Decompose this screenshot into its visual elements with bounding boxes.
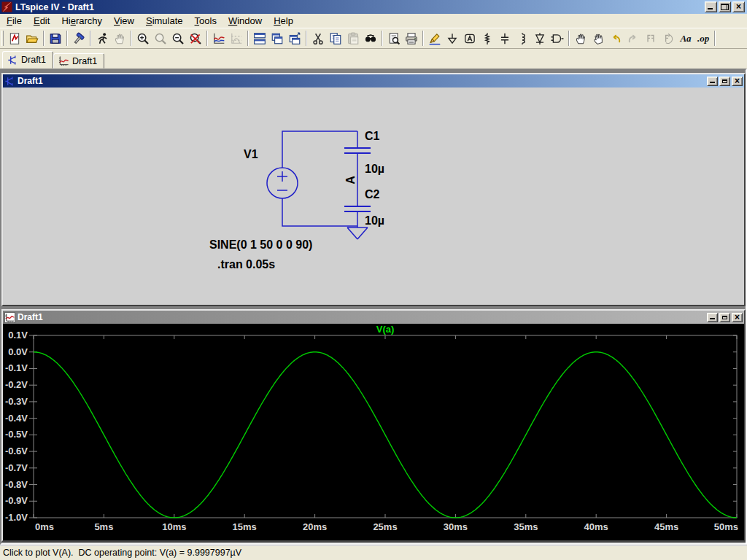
schematic-window: Draft1 × xyxy=(1,73,746,306)
place-capacitor-button[interactable] xyxy=(496,30,514,47)
print-preview-button[interactable] xyxy=(385,30,403,47)
schematic-icon xyxy=(7,55,18,66)
spice-directive-button[interactable]: .op xyxy=(694,30,712,47)
menu-file[interactable]: File xyxy=(1,14,28,28)
y-tick-label: -0.7V xyxy=(5,462,28,473)
maximize-button[interactable] xyxy=(719,77,730,86)
node-a-label[interactable]: A xyxy=(344,176,357,184)
mdi-client-area: Draft1 × xyxy=(0,69,747,545)
wire[interactable] xyxy=(282,131,357,168)
control-panel-button[interactable] xyxy=(70,30,88,47)
place-component-button[interactable] xyxy=(549,30,566,47)
menu-tools[interactable]: Tools xyxy=(189,14,222,28)
tile-vertically-button[interactable] xyxy=(268,30,286,47)
menu-hierarchy[interactable]: Hierarchy xyxy=(55,14,108,28)
zoom-out-icon xyxy=(171,32,185,45)
toolbar-separator xyxy=(131,31,132,46)
halt-simulation-icon xyxy=(113,32,126,45)
toolbar-separator xyxy=(43,31,44,46)
c2-value-label[interactable]: 10µ xyxy=(365,214,384,227)
place-text-button[interactable]: Aa xyxy=(677,30,694,47)
ground-symbol[interactable] xyxy=(347,226,368,239)
cut-icon xyxy=(311,32,325,45)
menu-help[interactable]: Help xyxy=(268,14,299,28)
paste-button xyxy=(344,30,362,47)
menu-view[interactable]: View xyxy=(108,14,140,28)
maximize-button[interactable] xyxy=(719,313,730,322)
halt-simulation-button xyxy=(111,30,128,47)
menu-window[interactable]: Window xyxy=(222,14,268,28)
voltage-source-v1[interactable] xyxy=(267,168,298,198)
zoom-in-icon xyxy=(136,32,150,45)
new-schematic-button[interactable] xyxy=(6,30,23,47)
move-button[interactable] xyxy=(572,30,589,47)
run-simulation-button[interactable] xyxy=(93,30,111,47)
waveform-pane[interactable]: V(a)0ms5ms10ms15ms20ms25ms30ms35ms40ms45… xyxy=(3,324,744,540)
menu-simulate[interactable]: Simulate xyxy=(140,14,189,28)
tab-schematic-draft1[interactable]: Draft1 xyxy=(2,51,53,69)
autorange-y-axis-button xyxy=(228,30,245,47)
minimize-button[interactable] xyxy=(707,77,718,86)
y-tick-label: 0.0V xyxy=(8,346,28,357)
zoom-back-button xyxy=(152,30,169,47)
zoom-full-extents-button[interactable] xyxy=(187,30,204,47)
place-ground-button[interactable] xyxy=(444,30,461,47)
print-button[interactable] xyxy=(403,30,420,47)
status-text: Click to plot V(A). DC operating point: … xyxy=(3,548,241,558)
waveform-window-titlebar: Draft1 × xyxy=(3,311,744,324)
place-inductor-button[interactable] xyxy=(514,30,531,47)
zoom-in-button[interactable] xyxy=(134,30,152,47)
draw-wire-button[interactable] xyxy=(426,30,444,47)
c1-name-label[interactable]: C1 xyxy=(365,130,380,142)
minimize-button[interactable] xyxy=(707,313,718,322)
undo-icon xyxy=(609,32,622,45)
toolbar: Aa.op xyxy=(0,28,747,49)
plot-legend[interactable]: V(a) xyxy=(376,324,395,335)
x-tick-label: 5ms xyxy=(94,521,113,532)
close-button[interactable]: × xyxy=(732,1,745,12)
place-resistor-icon xyxy=(481,32,494,45)
place-label-button[interactable] xyxy=(461,30,479,47)
cut-button[interactable] xyxy=(309,30,327,47)
cascade-windows-button[interactable] xyxy=(286,30,303,47)
x-tick-label: 10ms xyxy=(162,521,186,532)
v1-sine-spec-label[interactable]: SINE(0 1 50 0 0 90) xyxy=(209,238,312,251)
toolbar-separator xyxy=(206,31,208,46)
c1-value-label[interactable]: 10µ xyxy=(365,163,384,175)
x-tick-label: 0ms xyxy=(35,521,54,532)
tab-label: Draft1 xyxy=(72,56,97,66)
drag-icon xyxy=(592,32,605,45)
close-button[interactable]: × xyxy=(732,77,743,86)
copy-button[interactable] xyxy=(327,30,344,47)
undo-button[interactable] xyxy=(607,30,624,47)
schematic-canvas[interactable]: V1 C1 10µ A C2 10µ SINE(0 1 50 0 0 90) .… xyxy=(3,88,744,305)
redo-button xyxy=(624,30,642,47)
place-label-icon xyxy=(463,32,476,45)
place-resistor-button[interactable] xyxy=(479,30,496,47)
open-button[interactable] xyxy=(23,30,41,47)
v1-name-label[interactable]: V1 xyxy=(244,148,258,160)
waveform-window: Draft1 × V(a)0ms5ms10ms15ms20ms25ms30ms3… xyxy=(1,309,746,542)
toolbar-separator xyxy=(306,31,307,46)
tab-waveform-draft1[interactable]: Draft1 xyxy=(53,53,104,69)
circuit-drawing: V1 C1 10µ A C2 10µ SINE(0 1 50 0 0 90) .… xyxy=(3,88,744,305)
tile-horizontally-icon xyxy=(253,32,266,45)
waveform-pane-button[interactable] xyxy=(210,30,228,47)
find-button[interactable] xyxy=(362,30,379,47)
c2-name-label[interactable]: C2 xyxy=(365,188,380,201)
drag-button[interactable] xyxy=(589,30,607,47)
close-button[interactable]: × xyxy=(732,313,743,322)
place-capacitor-icon xyxy=(498,32,511,45)
minimize-button[interactable] xyxy=(705,1,717,12)
trace-va[interactable] xyxy=(34,352,737,518)
zoom-out-button[interactable] xyxy=(169,30,187,47)
tran-directive-label[interactable]: .tran 0.05s xyxy=(217,258,275,271)
menu-edit[interactable]: Edit xyxy=(28,14,55,28)
tile-horizontally-button[interactable] xyxy=(251,30,268,47)
y-tick-label: 0.1V xyxy=(8,330,28,341)
y-tick-label: -0.5V xyxy=(5,429,28,440)
restore-button[interactable] xyxy=(719,1,731,12)
place-diode-button[interactable] xyxy=(531,30,549,47)
save-button[interactable] xyxy=(47,30,64,47)
toolbar-separator xyxy=(382,31,383,46)
